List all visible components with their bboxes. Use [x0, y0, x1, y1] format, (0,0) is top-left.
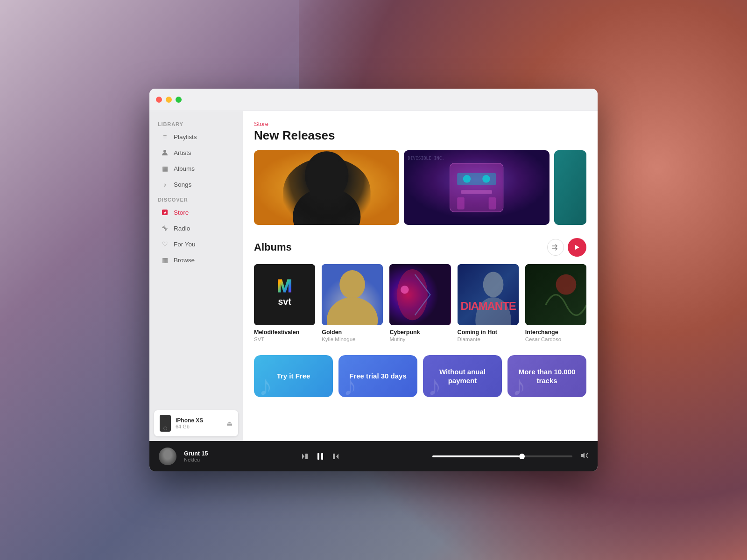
play-all-button[interactable] [568, 238, 586, 257]
next-button[interactable] [331, 452, 340, 461]
device-icon [160, 415, 171, 432]
artists-icon [161, 148, 169, 157]
promo-label: Free trial 30 days [349, 371, 407, 381]
sidebar-item-artists[interactable]: Artists [152, 145, 240, 160]
svg-point-6 [293, 188, 360, 225]
promo-label: Try it Free [277, 371, 310, 381]
svg-point-15 [483, 175, 491, 183]
promo-tracks[interactable]: More than 10.000 tracks [507, 355, 586, 397]
sidebar-item-label: Store [174, 209, 189, 216]
sidebar-item-for-you[interactable]: ♡ For You [152, 237, 240, 252]
svg-point-8 [327, 164, 346, 182]
store-icon: ★ [161, 208, 169, 217]
promo-label: More than 10.000 tracks [516, 367, 578, 385]
svg-rect-38 [305, 454, 308, 459]
svg-point-14 [463, 175, 471, 183]
albums-icon: ▦ [161, 164, 169, 173]
device-size: 64 Gb [176, 424, 222, 429]
avatar-image [159, 448, 176, 465]
player-track-info: Grunt 15 Nekleu [184, 450, 208, 462]
promo-try-free[interactable]: Try it Free [254, 355, 333, 397]
album-art-interchange [525, 264, 586, 325]
svg-rect-4 [254, 150, 399, 225]
album-artist: Cesar Cardoso [525, 336, 586, 342]
player-track-artist: Nekleu [184, 457, 208, 462]
svg-text:DIAMANTE: DIAMANTE [460, 300, 516, 312]
progress-bar[interactable] [432, 455, 572, 457]
banner-teal[interactable] [554, 150, 586, 225]
progress-thumb[interactable] [519, 454, 525, 459]
sidebar-item-label: Browse [174, 257, 195, 264]
close-button[interactable] [156, 97, 162, 103]
album-artist: Kylie Minogue [322, 336, 383, 342]
minimize-button[interactable] [166, 97, 172, 103]
pause-button[interactable] [316, 452, 325, 461]
sidebar-item-label: For You [174, 241, 196, 248]
svg-marker-41 [336, 454, 338, 459]
sidebar-item-songs[interactable]: ♪ Songs [152, 177, 240, 192]
album-name: Cyberpunk [389, 329, 451, 336]
svg-point-7 [307, 164, 327, 182]
svg-point-30 [401, 286, 409, 294]
radio-icon [161, 224, 169, 232]
album-card-melodifestivalen[interactable]: M M [254, 264, 315, 342]
albums-row: M M [254, 264, 586, 342]
previous-button[interactable] [301, 452, 309, 461]
album-card-diamante[interactable]: DIAMANTE Coming in Hot Diamante [458, 264, 519, 342]
volume-icon [580, 451, 588, 462]
banner-robbie-williams[interactable] [254, 150, 399, 225]
svg-rect-13 [458, 173, 496, 185]
app-window: LIBRARY ≡ Playlists Artists ▦ Albums [149, 89, 598, 471]
svg-marker-37 [302, 454, 304, 459]
album-name: Interchange [525, 329, 586, 336]
sidebar: LIBRARY ≡ Playlists Artists ▦ Albums [149, 111, 243, 441]
svg-rect-18 [489, 197, 496, 210]
album-name: Coming in Hot [458, 329, 519, 336]
player-track-name: Grunt 15 [184, 450, 208, 457]
svg-rect-39 [317, 453, 319, 460]
sidebar-item-label: Albums [174, 165, 195, 172]
svg-point-36 [556, 274, 576, 295]
sidebar-item-playlists[interactable]: ≡ Playlists [152, 129, 240, 144]
volume-area [580, 451, 588, 462]
player-avatar [159, 448, 176, 465]
albums-header: Albums [254, 238, 586, 257]
svg-rect-40 [321, 453, 323, 460]
library-section-label: LIBRARY [149, 117, 243, 129]
sidebar-spacer [149, 268, 243, 406]
banner-robotic[interactable]: DIVISIBLE INC. [404, 150, 549, 225]
device-eject-button[interactable]: ⏏ [226, 420, 233, 427]
sidebar-item-browse[interactable]: ▦ Browse [152, 252, 240, 267]
main-content: Store New Releases [243, 111, 598, 441]
album-art-golden [322, 264, 383, 325]
album-artist: Mutiny [389, 336, 451, 342]
progress-fill [432, 455, 519, 457]
traffic-lights [156, 97, 182, 103]
album-art-svt: M M [254, 264, 315, 325]
store-breadcrumb: Store [254, 120, 586, 127]
banner-image-2: DIVISIBLE INC. [404, 150, 549, 225]
heart-icon: ♡ [161, 240, 169, 248]
promo-free-trial[interactable]: Free trial 30 days [338, 355, 417, 397]
banner-image-1 [254, 150, 399, 225]
svg-point-9 [319, 166, 334, 182]
new-releases-title: New Releases [254, 128, 586, 143]
promo-no-payment[interactable]: Without anual payment [423, 355, 502, 397]
maximize-button[interactable] [176, 97, 182, 103]
promo-label: Without anual payment [431, 367, 493, 385]
svg-text:svt: svt [278, 296, 291, 307]
title-bar [149, 89, 598, 111]
albums-section-title: Albums [254, 241, 547, 253]
svg-point-5 [305, 151, 348, 200]
browse-icon: ▦ [161, 256, 169, 264]
sidebar-item-albums[interactable]: ▦ Albums [152, 161, 240, 176]
sidebar-item-label: Artists [174, 149, 191, 156]
album-card-cyberpunk[interactable]: Cyberpunk Mutiny [389, 264, 451, 342]
sidebar-item-radio[interactable]: Radio [152, 221, 240, 236]
sidebar-item-store[interactable]: ★ Store [152, 205, 240, 220]
shuffle-button[interactable] [547, 239, 564, 256]
playlists-icon: ≡ [161, 133, 169, 141]
sidebar-item-label: Radio [174, 225, 190, 232]
album-card-interchange[interactable]: Interchange Cesar Cardoso [525, 264, 586, 342]
album-card-golden[interactable]: Golden Kylie Minogue [322, 264, 383, 342]
